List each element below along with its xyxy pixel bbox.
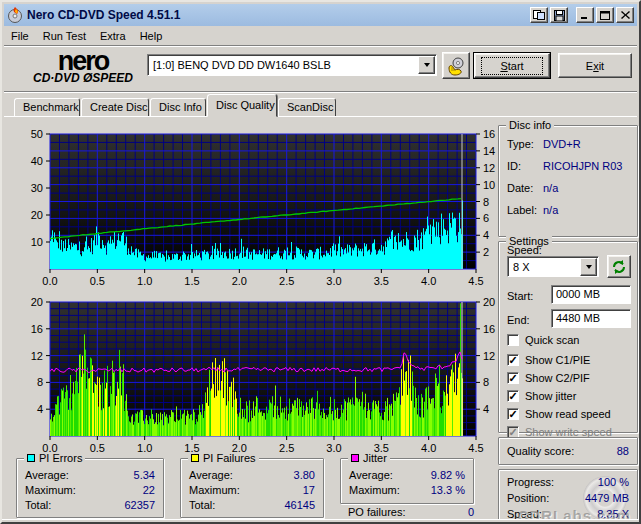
svg-text:12: 12: [483, 162, 495, 174]
window-bottom-edge: [2, 519, 639, 522]
app-icon: [7, 7, 23, 23]
svg-text:0.0: 0.0: [42, 275, 57, 287]
svg-text:1.5: 1.5: [184, 275, 199, 287]
speed-label: Speed:: [507, 244, 542, 256]
jitter-average-label: Average:: [349, 469, 393, 481]
disc-label-label: Label:: [507, 204, 537, 216]
jitter-average-value: 9.82 %: [431, 469, 465, 481]
disc-id-label: ID:: [507, 160, 521, 172]
tab-create-disc[interactable]: Create Disc: [81, 98, 149, 117]
menu-file[interactable]: File: [4, 28, 36, 44]
minimize-button[interactable]: [576, 7, 594, 23]
menu-run-test[interactable]: Run Test: [36, 28, 93, 44]
minimize-icon: [580, 11, 590, 20]
position-value: 4479 MB: [585, 492, 629, 504]
disc-date-label: Date:: [507, 182, 533, 194]
position-label: Position:: [507, 492, 549, 504]
tab-disc-info[interactable]: Disc Info: [150, 98, 206, 117]
jitter-legend: Jitter: [348, 452, 390, 464]
speed-select[interactable]: 8 X: [507, 256, 599, 277]
svg-text:8: 8: [483, 376, 489, 388]
pif-maximum-label: Maximum:: [189, 484, 240, 496]
eject-disc-button[interactable]: [442, 52, 470, 79]
cdvdspeed-logo-text: CD·DVD ØSPEED: [18, 73, 148, 84]
checkbox-box[interactable]: ✓: [507, 390, 519, 402]
speed-dropdown-button[interactable]: [580, 258, 597, 276]
checkbox-box[interactable]: ✓: [507, 372, 519, 384]
copy-to-clipboard-button[interactable]: [530, 7, 548, 23]
tab-benchmark[interactable]: Benchmark: [14, 98, 80, 117]
progress-group: Progress:100 % Position:4479 MB Speed:8.…: [498, 469, 638, 524]
drive-select-dropdown-button[interactable]: [418, 56, 435, 74]
settings-group: Settings Speed: 8 X Start: 0000 MB End: …: [498, 241, 638, 433]
show-read-speed-label: Show read speed: [525, 408, 611, 420]
tab-disc-quality[interactable]: Disc Quality: [207, 94, 277, 117]
svg-text:1.0: 1.0: [137, 275, 152, 287]
pi-failures-color-swatch: [191, 454, 199, 462]
drive-select[interactable]: [1:0] BENQ DVD DD DW1640 BSLB: [147, 54, 437, 76]
quality-score-group: Quality score: 88: [498, 437, 638, 465]
show-jitter-label: Show jitter: [525, 390, 576, 402]
tab-scandisc[interactable]: ScanDisc: [278, 98, 336, 117]
show-c2-pif-checkbox[interactable]: ✓ Show C2/PIF: [507, 372, 590, 384]
svg-text:4.0: 4.0: [421, 275, 436, 287]
maximize-button[interactable]: [596, 7, 614, 23]
close-button[interactable]: [616, 7, 634, 23]
chevron-down-icon: [424, 63, 430, 67]
pie-maximum-value: 22: [143, 484, 155, 496]
show-c1-pie-label: Show C1/PIE: [525, 354, 590, 366]
hand-disc-icon: [446, 56, 466, 76]
save-button[interactable]: [550, 7, 568, 23]
pie-total-value: 62357: [124, 499, 155, 511]
svg-text:0.5: 0.5: [90, 275, 105, 287]
po-failures-row: PO failures: 0: [348, 506, 474, 518]
end-position-field[interactable]: 4480 MB: [551, 309, 631, 328]
jitter-maximum-label: Maximum:: [349, 484, 400, 496]
svg-text:16: 16: [483, 128, 495, 140]
po-failures-label: PO failures:: [348, 506, 405, 518]
save-icon: [554, 10, 565, 21]
checkbox-box[interactable]: ✓: [507, 408, 519, 420]
po-failures-value: 0: [468, 506, 474, 518]
pi-errors-group: PI Errors Average:5.34 Maximum:22 Total:…: [16, 458, 164, 518]
start-position-field[interactable]: 0000 MB: [551, 285, 631, 304]
show-jitter-checkbox[interactable]: ✓ Show jitter: [507, 390, 576, 402]
jitter-group: Jitter Average:9.82 % Maximum:13.3 %: [340, 458, 474, 504]
quick-scan-checkbox[interactable]: Quick scan: [507, 334, 579, 346]
svg-text:4.5: 4.5: [468, 442, 483, 454]
pi-failures-group: PI Failures Average:3.80 Maximum:17 Tota…: [180, 458, 324, 518]
disc-info-group: Disc info Type:DVD+R ID:RICOHJPN R03 Dat…: [498, 125, 638, 237]
show-c1-pie-checkbox[interactable]: ✓ Show C1/PIE: [507, 354, 590, 366]
checkbox-box[interactable]: [507, 334, 519, 346]
refresh-speed-button[interactable]: [607, 255, 631, 278]
checkbox-box[interactable]: ✓: [507, 354, 519, 366]
jitter-title: Jitter: [363, 452, 387, 464]
toolbar: nero CD·DVD ØSPEED [1:0] BENQ DVD DD DW1…: [4, 47, 637, 91]
pie-average-label: Average:: [25, 469, 69, 481]
quality-score-value: 88: [617, 445, 629, 457]
pif-total-label: Total:: [189, 499, 215, 511]
window-title: Nero CD-DVD Speed 4.51.1: [27, 8, 528, 22]
progress-value: 100 %: [598, 476, 629, 488]
exit-button[interactable]: Exit: [558, 53, 632, 78]
start-button[interactable]: Start: [474, 53, 550, 78]
menu-help[interactable]: Help: [133, 28, 170, 44]
quality-score-label: Quality score:: [507, 445, 574, 457]
disc-type-value: DVD+R: [543, 138, 629, 150]
show-read-speed-checkbox[interactable]: ✓ Show read speed: [507, 408, 611, 420]
disc-date-value: n/a: [543, 182, 629, 194]
pif-average-label: Average:: [189, 469, 233, 481]
svg-text:4: 4: [483, 229, 489, 241]
nero-logo: nero CD·DVD ØSPEED: [18, 49, 148, 84]
svg-text:30: 30: [31, 182, 43, 194]
disc-quality-page: 10203040502468101214160.00.51.01.52.02.5…: [4, 116, 637, 520]
end-position-label: End:: [507, 314, 530, 326]
pie-maximum-label: Maximum:: [25, 484, 76, 496]
pi-errors-chart: 10203040502468101214160.00.51.01.52.02.5…: [18, 123, 498, 291]
svg-text:2.5: 2.5: [279, 275, 294, 287]
start-position-label: Start:: [507, 290, 533, 302]
svg-text:10: 10: [31, 236, 43, 248]
menu-extra[interactable]: Extra: [93, 28, 133, 44]
pi-failures-jitter-chart: 48121620481216200.00.51.01.52.02.53.03.5…: [18, 291, 498, 455]
jitter-maximum-value: 13.3 %: [431, 484, 465, 496]
